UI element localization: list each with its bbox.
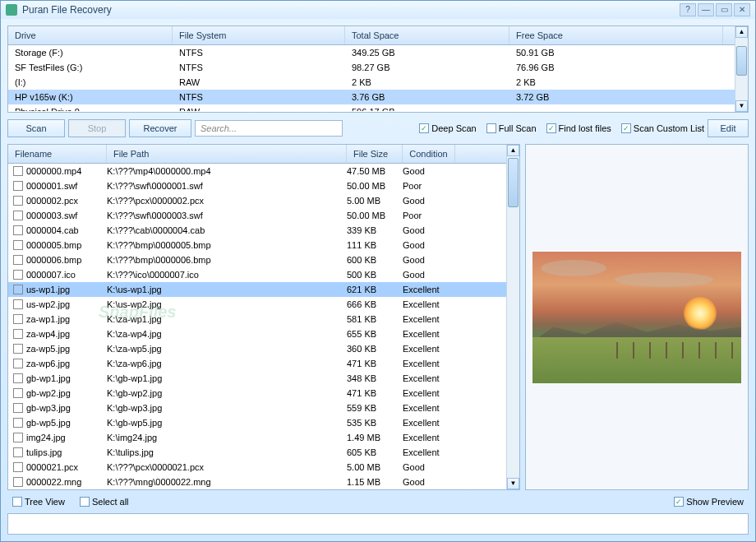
- file-header-row: Filename File Path File Size Condition: [8, 145, 506, 164]
- file-header-path[interactable]: File Path: [107, 145, 347, 163]
- drive-row[interactable]: SF TestFiles (G:)NTFS98.27 GB76.96 GB: [8, 60, 735, 75]
- maximize-button[interactable]: ▭: [716, 3, 732, 16]
- file-scrollbar[interactable]: ▲ ▼: [506, 145, 519, 489]
- file-checkbox[interactable]: [13, 447, 23, 457]
- file-header-cond[interactable]: Condition: [403, 145, 455, 163]
- find-lost-checkbox[interactable]: ✓Find lost files: [546, 123, 611, 133]
- file-table: Filename File Path File Size Condition 0…: [7, 144, 520, 490]
- file-checkbox[interactable]: [13, 211, 23, 220]
- scroll-up-icon[interactable]: ▲: [735, 26, 748, 38]
- drive-header-total[interactable]: Total Space: [345, 26, 509, 44]
- file-checkbox[interactable]: [13, 299, 23, 309]
- drive-header-free[interactable]: Free Space: [509, 26, 723, 44]
- file-row[interactable]: tulips.jpgK:\tulips.jpg605 KBExcellent: [8, 445, 506, 460]
- file-checkbox[interactable]: [13, 359, 23, 368]
- file-checkbox[interactable]: [13, 388, 23, 398]
- file-row[interactable]: img24.jpgK:\img24.jpg1.49 MBExcellent: [8, 430, 506, 445]
- deep-scan-checkbox[interactable]: ✓Deep Scan: [419, 123, 476, 133]
- scan-custom-checkbox[interactable]: ✓Scan Custom List: [621, 123, 704, 133]
- bottom-bar: Tree View Select all ✓Show Preview: [7, 495, 749, 508]
- minimize-button[interactable]: —: [698, 3, 714, 16]
- file-row[interactable]: 0000002.pcxK:\???\pcx\0000002.pcx5.00 MB…: [8, 193, 506, 208]
- drive-header-fs[interactable]: File System: [173, 26, 345, 44]
- titlebar[interactable]: Puran File Recovery ? — ▭ ✕: [1, 1, 755, 19]
- app-icon: [6, 4, 17, 16]
- content-area: Drive File System Total Space Free Space…: [1, 19, 755, 541]
- file-checkbox[interactable]: [13, 196, 23, 206]
- drive-header-drive[interactable]: Drive: [8, 26, 173, 44]
- close-button[interactable]: ✕: [734, 3, 750, 16]
- file-row[interactable]: za-wp6.jpgK:\za-wp6.jpg471 KBExcellent: [8, 356, 506, 371]
- file-row[interactable]: 0000000.mp4K:\???\mp4\0000000.mp447.50 M…: [8, 164, 506, 178]
- window-title: Puran File Recovery: [22, 4, 678, 16]
- file-checkbox[interactable]: [13, 314, 23, 324]
- search-input[interactable]: Search...: [195, 120, 343, 137]
- file-checkbox[interactable]: [13, 240, 23, 250]
- status-bar: [7, 513, 749, 535]
- scroll-thumb[interactable]: [508, 158, 519, 207]
- file-row[interactable]: 0000007.icoK:\???\ico\0000007.ico500 KBG…: [8, 267, 506, 282]
- file-header-size[interactable]: File Size: [347, 145, 403, 163]
- scan-button[interactable]: Scan: [7, 119, 65, 137]
- file-row[interactable]: za-wp4.jpgK:\za-wp4.jpg655 KBExcellent: [8, 327, 506, 341]
- edit-button[interactable]: Edit: [708, 119, 749, 137]
- drive-table: Drive File System Total Space Free Space…: [7, 25, 749, 113]
- file-row[interactable]: za-wp1.jpgK:\za-wp1.jpg581 KBExcellent: [8, 312, 506, 327]
- scroll-up-icon[interactable]: ▲: [507, 145, 519, 156]
- tree-view-checkbox[interactable]: Tree View: [12, 497, 65, 507]
- file-row[interactable]: 0000003.swfK:\???\swf\0000003.swf50.00 M…: [8, 208, 506, 223]
- toolbar: Scan Stop Recover Search... ✓Deep Scan F…: [7, 118, 749, 139]
- file-row[interactable]: gb-wp2.jpgK:\gb-wp2.jpg471 KBExcellent: [8, 386, 506, 401]
- help-button[interactable]: ?: [680, 3, 696, 16]
- file-checkbox[interactable]: [13, 344, 23, 354]
- file-header-name[interactable]: Filename: [8, 145, 107, 163]
- preview-pane: [525, 144, 749, 490]
- file-checkbox[interactable]: [13, 285, 23, 294]
- file-checkbox[interactable]: [13, 225, 23, 235]
- scroll-down-icon[interactable]: ▼: [507, 478, 519, 489]
- file-checkbox[interactable]: [13, 477, 23, 487]
- file-checkbox[interactable]: [13, 433, 23, 442]
- file-checkbox[interactable]: [13, 255, 23, 265]
- scroll-thumb[interactable]: [736, 46, 747, 76]
- scroll-down-icon[interactable]: ▼: [735, 100, 748, 112]
- file-row[interactable]: 0000004.cabK:\???\cab\0000004.cab339 KBG…: [8, 223, 506, 238]
- file-row[interactable]: 0000021.pcxK:\???\pcx\0000021.pcx5.00 MB…: [8, 460, 506, 475]
- file-row[interactable]: 0000001.swfK:\???\swf\0000001.swf50.00 M…: [8, 178, 506, 193]
- file-row[interactable]: us-wp2.jpgK:\us-wp2.jpg666 KBExcellent: [8, 297, 506, 312]
- file-row[interactable]: gb-wp5.jpgK:\gb-wp5.jpg535 KBExcellent: [8, 415, 506, 430]
- preview-image: [532, 252, 741, 383]
- drive-row[interactable]: HP v165w (K:)NTFS3.76 GB3.72 GB: [8, 90, 735, 104]
- file-row[interactable]: za-wp5.jpgK:\za-wp5.jpg360 KBExcellent: [8, 341, 506, 356]
- file-checkbox[interactable]: [13, 270, 23, 280]
- file-checkbox[interactable]: [13, 462, 23, 472]
- file-checkbox[interactable]: [13, 181, 23, 191]
- file-row[interactable]: gb-wp1.jpgK:\gb-wp1.jpg348 KBExcellent: [8, 371, 506, 386]
- main-window: Puran File Recovery ? — ▭ ✕ Drive File S…: [0, 0, 756, 542]
- file-checkbox[interactable]: [13, 373, 23, 383]
- select-all-checkbox[interactable]: Select all: [80, 497, 129, 507]
- drive-row[interactable]: (I:)RAW2 KB2 KB: [8, 75, 735, 90]
- file-checkbox[interactable]: [13, 403, 23, 413]
- file-row[interactable]: 0000006.bmpK:\???\bmp\0000006.bmp600 KBG…: [8, 252, 506, 267]
- file-row[interactable]: us-wp1.jpgK:\us-wp1.jpg621 KBExcellent: [8, 282, 506, 297]
- file-checkbox[interactable]: [13, 166, 23, 176]
- drive-scrollbar[interactable]: ▲ ▼: [735, 26, 748, 112]
- file-row[interactable]: 0000022.mngK:\???\mng\0000022.mng1.15 MB…: [8, 475, 506, 489]
- drive-row[interactable]: Storage (F:)NTFS349.25 GB50.91 GB: [8, 45, 735, 60]
- file-row[interactable]: gb-wp3.jpgK:\gb-wp3.jpg559 KBExcellent: [8, 401, 506, 415]
- drive-row[interactable]: Physical Drive 0RAW596.17 GB: [8, 104, 735, 111]
- file-checkbox[interactable]: [13, 418, 23, 428]
- file-checkbox[interactable]: [13, 329, 23, 339]
- recover-button[interactable]: Recover: [129, 119, 191, 137]
- stop-button[interactable]: Stop: [68, 119, 126, 137]
- file-row[interactable]: 0000005.bmpK:\???\bmp\0000005.bmp111 KBG…: [8, 238, 506, 252]
- show-preview-checkbox[interactable]: ✓Show Preview: [674, 497, 744, 507]
- full-scan-checkbox[interactable]: Full Scan: [486, 123, 537, 133]
- drive-header-row: Drive File System Total Space Free Space: [8, 26, 735, 45]
